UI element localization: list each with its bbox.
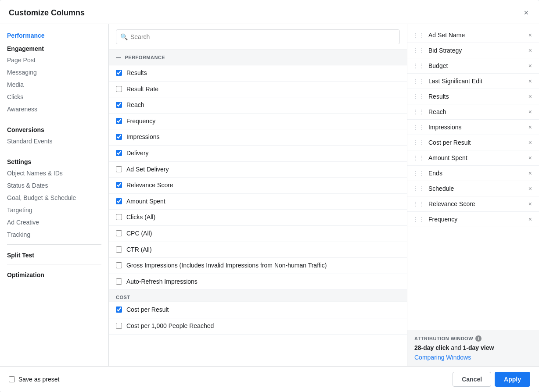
check-item[interactable]: Impressions xyxy=(109,129,407,146)
right-item-remove-button[interactable]: × xyxy=(527,77,534,85)
right-list-item[interactable]: ⋮⋮Schedule× xyxy=(407,181,539,196)
check-item-label[interactable]: Amount Spent xyxy=(126,197,165,206)
check-item-checkbox[interactable] xyxy=(116,118,122,124)
check-item[interactable]: Reach xyxy=(109,97,407,114)
sidebar-item-goal,-budget-&-schedule[interactable]: Goal, Budget & Schedule xyxy=(0,192,108,204)
right-list-item[interactable]: ⋮⋮Ad Set Name× xyxy=(407,28,539,43)
sidebar-item-tracking[interactable]: Tracking xyxy=(0,228,108,241)
sidebar-item-page-post[interactable]: Page Post xyxy=(0,54,108,66)
modal-body: PerformanceEngagementPage PostMessagingM… xyxy=(0,24,539,366)
check-item-checkbox[interactable] xyxy=(116,70,122,76)
sidebar-item-ad-creative[interactable]: Ad Creative xyxy=(0,216,108,228)
section-group-header-cost: COST xyxy=(109,290,407,302)
check-item-checkbox[interactable] xyxy=(116,306,122,313)
check-item-label[interactable]: Cost per Result xyxy=(126,306,169,314)
check-item-label[interactable]: Relevance Score xyxy=(126,181,173,190)
right-list-item[interactable]: ⋮⋮Impressions× xyxy=(407,120,539,135)
check-item-checkbox[interactable] xyxy=(116,150,122,156)
close-button[interactable]: × xyxy=(522,7,530,18)
check-item-label[interactable]: Results xyxy=(126,69,147,78)
right-item-remove-button[interactable]: × xyxy=(527,93,534,100)
comparing-windows-link[interactable]: Comparing Windows xyxy=(414,354,471,361)
right-item-remove-button[interactable]: × xyxy=(527,169,534,177)
check-item[interactable]: Amount Spent xyxy=(109,194,407,210)
save-preset-checkbox[interactable] xyxy=(9,376,15,382)
check-item-checkbox[interactable] xyxy=(116,198,122,204)
right-item-remove-button[interactable]: × xyxy=(527,200,534,208)
check-item-checkbox[interactable] xyxy=(116,182,122,188)
sidebar-item-targeting[interactable]: Targeting xyxy=(0,204,108,216)
right-item-remove-button[interactable]: × xyxy=(527,31,534,39)
check-item-checkbox[interactable] xyxy=(116,86,122,92)
check-item[interactable]: Relevance Score xyxy=(109,178,407,194)
check-item-label[interactable]: Frequency xyxy=(126,117,155,126)
right-item-remove-button[interactable]: × xyxy=(527,46,534,54)
right-item-remove-button[interactable]: × xyxy=(527,62,534,70)
check-item[interactable]: Ad Set Delivery xyxy=(109,162,407,178)
check-item-label[interactable]: Gross Impressions (Includes Invalid Impr… xyxy=(126,261,327,270)
check-item-label[interactable]: Auto-Refresh Impressions xyxy=(126,278,198,286)
right-item-remove-button[interactable]: × xyxy=(527,108,534,116)
right-list-item[interactable]: ⋮⋮Frequency× xyxy=(407,212,539,227)
sidebar-item-standard-events[interactable]: Standard Events xyxy=(0,135,108,147)
check-item-label[interactable]: Cost per 1,000 People Reached xyxy=(126,322,214,331)
right-list-item[interactable]: ⋮⋮Bid Strategy× xyxy=(407,43,539,58)
right-item-remove-button[interactable]: × xyxy=(527,154,534,162)
check-item-checkbox[interactable] xyxy=(116,214,122,220)
check-item-label[interactable]: Ad Set Delivery xyxy=(126,165,169,174)
check-item-label[interactable]: CTR (All) xyxy=(126,246,152,254)
check-item-checkbox[interactable] xyxy=(116,278,122,285)
check-item[interactable]: Cost per Result xyxy=(109,302,407,318)
check-item-label[interactable]: Reach xyxy=(126,101,144,110)
right-item-remove-button[interactable]: × xyxy=(527,139,534,146)
right-item-remove-button[interactable]: × xyxy=(527,215,534,223)
check-item-label[interactable]: Result Rate xyxy=(126,85,158,94)
check-item[interactable]: Cost per 1,000 People Reached xyxy=(109,318,407,335)
sidebar-item-performance[interactable]: Performance xyxy=(0,29,108,42)
check-item-checkbox[interactable] xyxy=(116,166,122,172)
right-list-item[interactable]: ⋮⋮Last Significant Edit× xyxy=(407,74,539,89)
right-list-item[interactable]: ⋮⋮Cost per Result× xyxy=(407,135,539,150)
check-item[interactable]: Frequency xyxy=(109,114,407,130)
check-item[interactable]: Clicks (All) xyxy=(109,210,407,226)
check-item-checkbox[interactable] xyxy=(116,323,122,329)
sidebar-item-awareness[interactable]: Awareness xyxy=(0,103,108,115)
check-item-label[interactable]: Impressions xyxy=(126,133,159,142)
right-list-item[interactable]: ⋮⋮Ends× xyxy=(407,166,539,181)
sidebar-item-clicks[interactable]: Clicks xyxy=(0,91,108,103)
sidebar-item-media[interactable]: Media xyxy=(0,78,108,91)
right-list-item[interactable]: ⋮⋮Amount Spent× xyxy=(407,150,539,166)
sidebar-item-status-&-dates[interactable]: Status & Dates xyxy=(0,179,108,192)
search-input[interactable] xyxy=(116,29,400,44)
save-preset-label[interactable]: Save as preset xyxy=(18,376,59,383)
check-item-checkbox[interactable] xyxy=(116,262,122,268)
check-item[interactable]: Gross Impressions (Includes Invalid Impr… xyxy=(109,258,407,274)
check-item-label[interactable]: Delivery xyxy=(126,149,149,158)
right-item-label: Cost per Result xyxy=(428,139,527,146)
check-item-checkbox[interactable] xyxy=(116,230,122,236)
info-icon[interactable]: i xyxy=(475,335,482,342)
check-item-checkbox[interactable] xyxy=(116,134,122,140)
check-item[interactable]: CTR (All) xyxy=(109,242,407,258)
check-item[interactable]: Results xyxy=(109,65,407,82)
right-list-item[interactable]: ⋮⋮Budget× xyxy=(407,58,539,74)
check-item[interactable]: Result Rate xyxy=(109,82,407,98)
check-item-checkbox[interactable] xyxy=(116,246,122,253)
check-item[interactable]: Auto-Refresh Impressions xyxy=(109,274,407,290)
check-item-checkbox[interactable] xyxy=(116,102,122,108)
collapse-icon[interactable]: — xyxy=(116,54,122,61)
right-list-item[interactable]: ⋮⋮Reach× xyxy=(407,104,539,120)
check-item[interactable]: Delivery xyxy=(109,146,407,162)
cancel-button[interactable]: Cancel xyxy=(453,372,491,387)
drag-handle-icon: ⋮⋮ xyxy=(413,216,425,223)
check-item-label[interactable]: Clicks (All) xyxy=(126,213,155,222)
sidebar-item-messaging[interactable]: Messaging xyxy=(0,66,108,78)
right-list-item[interactable]: ⋮⋮Results× xyxy=(407,89,539,104)
check-item-label[interactable]: CPC (All) xyxy=(126,229,152,238)
right-list-item[interactable]: ⋮⋮Relevance Score× xyxy=(407,196,539,212)
right-item-remove-button[interactable]: × xyxy=(527,185,534,192)
apply-button[interactable]: Apply xyxy=(495,372,530,387)
sidebar-item-object-names-&-ids[interactable]: Object Names & IDs xyxy=(0,167,108,179)
right-item-remove-button[interactable]: × xyxy=(527,123,534,131)
check-item[interactable]: CPC (All) xyxy=(109,226,407,242)
